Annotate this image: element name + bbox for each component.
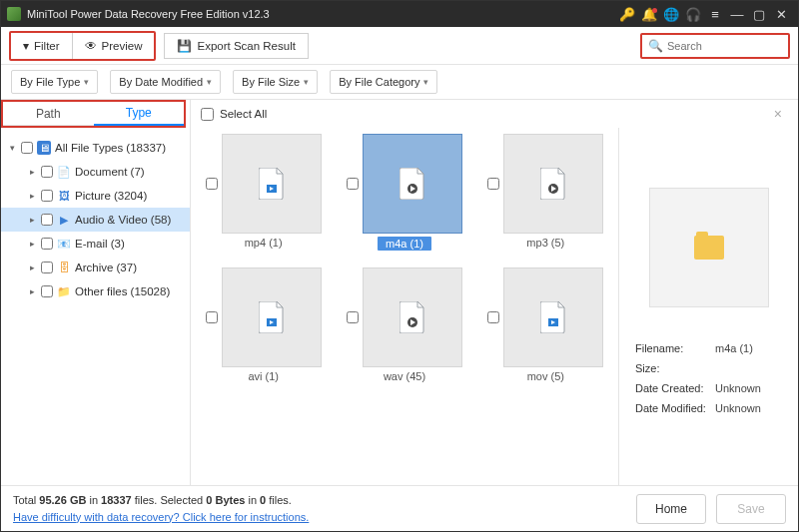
close-panel-icon[interactable]: × (774, 106, 782, 122)
maximize-icon[interactable]: ▢ (748, 7, 770, 22)
tree-item-label: E-mail (3) (75, 238, 125, 250)
file-thumbnail[interactable] (363, 267, 462, 367)
document-icon: 📄 (57, 165, 71, 179)
key-icon[interactable]: 🔑 (616, 7, 638, 22)
tree-item-label: Archive (37) (75, 262, 137, 273)
tree-item-archive[interactable]: ▸ 🗄 Archive (37) (1, 256, 190, 279)
file-checkbox[interactable] (347, 311, 359, 323)
tree-checkbox[interactable] (41, 214, 53, 226)
file-thumbnail[interactable] (503, 267, 603, 367)
chevron-right-icon[interactable]: ▸ (27, 263, 37, 272)
file-label: avi (1) (248, 370, 279, 382)
file-card[interactable]: mov (5) (475, 267, 616, 397)
tab-type[interactable]: Type (94, 102, 185, 126)
tree-item-label: Document (7) (75, 166, 145, 178)
select-all-checkbox[interactable] (201, 108, 214, 121)
file-thumbnail[interactable] (222, 134, 322, 234)
file-card[interactable]: wav (45) (334, 267, 474, 397)
details-table: Filename: m4a (1) Size: Date Created: Un… (633, 337, 784, 419)
tree-item-picture[interactable]: ▸ 🖼 Picture (3204) (1, 184, 190, 208)
funnel-icon: ▾ (23, 39, 29, 53)
tree-checkbox[interactable] (41, 238, 53, 250)
help-link[interactable]: Have difficulty with data recovery? Clic… (13, 511, 309, 523)
file-thumbnail[interactable] (363, 134, 462, 234)
chevron-right-icon[interactable]: ▸ (27, 215, 37, 225)
footer-status: Total 95.26 GB in 18337 files. Selected … (13, 492, 309, 525)
by-file-type-dropdown[interactable]: By File Type▾ (11, 70, 98, 94)
tree-checkbox[interactable] (41, 285, 53, 297)
file-thumbnail[interactable] (222, 267, 322, 367)
tree-item-label: Other files (15028) (75, 285, 170, 297)
menu-icon[interactable]: ≡ (704, 7, 726, 22)
file-label: mov (5) (527, 370, 564, 382)
search-icon: 🔍 (648, 39, 663, 53)
tree-checkbox[interactable] (21, 142, 33, 154)
tree-checkbox[interactable] (41, 262, 53, 273)
chevron-right-icon[interactable]: ▸ (27, 239, 37, 249)
file-checkbox[interactable] (206, 311, 218, 323)
tree-item-label: Audio & Video (58) (75, 214, 171, 226)
chevron-right-icon[interactable]: ▸ (27, 191, 37, 201)
detail-created-value: Unknown (715, 379, 782, 397)
app-logo (7, 7, 21, 21)
file-thumbnail[interactable] (503, 134, 603, 234)
chevron-down-icon: ▾ (207, 77, 212, 87)
select-all-label: Select All (220, 108, 267, 120)
picture-icon: 🖼 (57, 189, 71, 203)
filter-button[interactable]: ▾ Filter (11, 33, 73, 59)
detail-filename-label: Filename: (635, 339, 713, 357)
file-label: mp3 (5) (526, 237, 564, 249)
filter-bar: By File Type▾ By Date Modified▾ By File … (1, 65, 798, 99)
chevron-right-icon[interactable]: ▸ (27, 167, 37, 177)
tree-checkbox[interactable] (41, 190, 53, 202)
by-file-category-dropdown[interactable]: By File Category▾ (330, 70, 437, 94)
save-button[interactable]: Save (716, 494, 786, 524)
home-button[interactable]: Home (636, 494, 706, 524)
tree-item-other[interactable]: ▸ 📁 Other files (15028) (1, 279, 190, 303)
window-title: MiniTool Power Data Recovery Free Editio… (27, 8, 616, 20)
file-checkbox[interactable] (487, 311, 499, 323)
sidebar: Path Type ▾ 🖥 All File Types (18337) ▸ 📄… (1, 100, 191, 485)
export-scan-result-button[interactable]: 💾 Export Scan Result (164, 33, 308, 59)
export-label: Export Scan Result (197, 40, 295, 52)
file-card[interactable]: mp3 (5) (475, 134, 616, 264)
by-file-size-dropdown[interactable]: By File Size▾ (233, 70, 318, 94)
search-box[interactable]: 🔍 (640, 33, 790, 59)
globe-icon[interactable]: 🌐 (660, 7, 682, 22)
tree-item-document[interactable]: ▸ 📄 Document (7) (1, 160, 190, 184)
chevron-down-icon[interactable]: ▾ (7, 143, 17, 153)
by-date-modified-dropdown[interactable]: By Date Modified▾ (110, 70, 221, 94)
tree-item-label: Picture (3204) (75, 190, 147, 202)
filter-label: Filter (34, 40, 60, 52)
tree-root[interactable]: ▾ 🖥 All File Types (18337) (1, 136, 190, 160)
toolbar: ▾ Filter 👁 Preview 💾 Export Scan Result … (1, 27, 798, 65)
save-icon: 💾 (177, 39, 192, 53)
preview-label: Preview (102, 40, 143, 52)
tab-path[interactable]: Path (3, 102, 94, 126)
search-input[interactable] (667, 40, 799, 52)
file-grid: mp4 (1)m4a (1)mp3 (5)avi (1)wav (45)mov … (191, 128, 618, 485)
file-card[interactable]: m4a (1) (334, 134, 474, 264)
chevron-right-icon[interactable]: ▸ (27, 286, 37, 296)
bell-icon[interactable]: 🔔 (638, 7, 660, 22)
grid-area: mp4 (1)m4a (1)mp3 (5)avi (1)wav (45)mov … (191, 128, 798, 485)
file-checkbox[interactable] (206, 178, 218, 190)
close-icon[interactable]: ✕ (770, 7, 792, 22)
preview-button[interactable]: 👁 Preview (73, 33, 155, 59)
tree-item-email[interactable]: ▸ 📧 E-mail (3) (1, 232, 190, 256)
file-label: wav (45) (384, 370, 425, 382)
details-panel: Filename: m4a (1) Size: Date Created: Un… (618, 128, 798, 485)
detail-created-label: Date Created: (635, 379, 713, 397)
file-card[interactable]: avi (1) (193, 267, 334, 397)
minimize-icon[interactable]: — (726, 7, 748, 22)
file-checkbox[interactable] (347, 178, 359, 190)
file-checkbox[interactable] (487, 178, 499, 190)
sidebar-tabs: Path Type (1, 100, 186, 128)
file-card[interactable]: mp4 (1) (193, 134, 334, 264)
headset-icon[interactable]: 🎧 (682, 7, 704, 22)
tree-checkbox[interactable] (41, 166, 53, 178)
main-area: Path Type ▾ 🖥 All File Types (18337) ▸ 📄… (1, 99, 798, 485)
folder-icon (694, 236, 724, 260)
tree-item-audio-video[interactable]: ▸ ▶ Audio & Video (58) (1, 208, 190, 232)
folder-icon: 📁 (57, 284, 71, 298)
